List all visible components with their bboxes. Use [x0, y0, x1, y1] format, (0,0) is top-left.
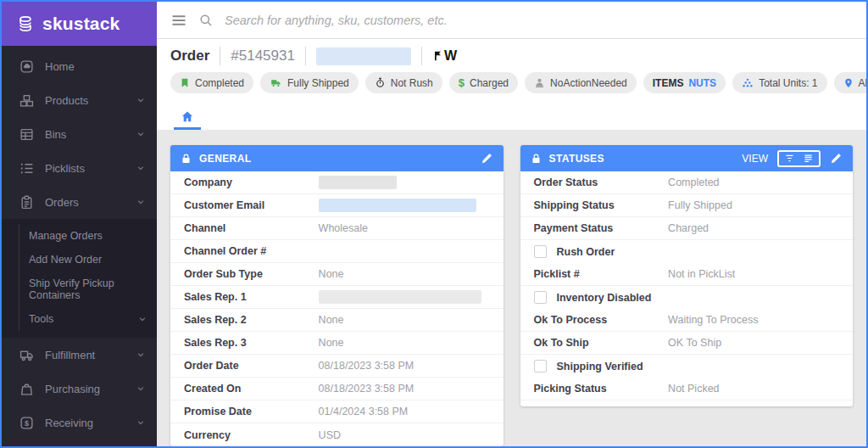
submenu-item-ship-verify-pickup-containers[interactable]: Ship Verify Pickup Containers — [19, 272, 157, 307]
sidebar-item-products[interactable]: Products — [2, 83, 157, 117]
units-icon — [742, 77, 754, 88]
submenu-item-add-new-order[interactable]: Add New Order — [19, 248, 157, 272]
field-label: Channel Order # — [184, 245, 319, 257]
sidebar-item-label: Bins — [45, 128, 66, 141]
checkbox-row-inventory-disabled: Inventory Disabled — [520, 286, 854, 309]
field-row-company: Company — [170, 171, 504, 194]
chevron-down-icon — [136, 350, 145, 359]
field-label: Sales Rep. 1 — [184, 291, 319, 303]
statuses-panel: STATUSES VIEW — [520, 145, 854, 406]
field-value: None — [319, 337, 344, 349]
field-label: Picking Status — [534, 383, 669, 395]
submenu-item-label: Ship Verify Pickup Containers — [29, 277, 157, 301]
sidebar-item-bins[interactable]: Bins — [2, 117, 157, 151]
sidebar-item-fulfillment[interactable]: Fulfillment — [2, 338, 157, 372]
items-badge-link[interactable]: NUTS — [688, 77, 716, 89]
field-value: Not in PickList — [668, 268, 735, 280]
submenu-item-tools[interactable]: Tools — [19, 307, 157, 331]
main-area: Order #5145931 W Completed — [157, 2, 866, 446]
sidebar-item-label: Picklists — [45, 162, 85, 175]
sidebar-item-label: Orders — [45, 196, 79, 209]
logo-bar: skustack — [2, 2, 157, 46]
field-label: Sales Rep. 2 — [184, 314, 319, 326]
badge-label: Charged — [470, 77, 509, 89]
orders-icon — [19, 195, 34, 210]
sidebar-item-transfer[interactable]: Transfer — [2, 440, 157, 446]
shipping-verified-checkbox[interactable] — [534, 360, 547, 372]
search-input[interactable] — [225, 14, 853, 27]
status-badge-completed: Completed — [170, 72, 253, 93]
field-row-created-on: Created On 08/18/2023 3:58 PM — [170, 378, 504, 400]
sidebar-item-receiving[interactable]: $ Receiving — [2, 406, 157, 440]
field-label: Order Sub Type — [184, 268, 319, 280]
sidebar-nav: Home Products Bins — [2, 46, 157, 446]
field-label: Promise Date — [184, 406, 319, 417]
bag-icon — [19, 382, 34, 396]
view-toggle-group[interactable] — [777, 150, 821, 167]
field-value: None — [319, 268, 344, 280]
field-row-order-sub-type: Order Sub Type None — [170, 263, 504, 286]
channel-brand-logo: W — [432, 48, 457, 64]
order-number: #5145931 — [231, 48, 295, 64]
status-badge-not-rush: Not Rush — [365, 72, 442, 93]
sidebar-item-label: Home — [45, 60, 75, 73]
field-label: Customer Email — [184, 199, 319, 211]
redacted-value — [319, 290, 481, 304]
app-title: skustack — [42, 14, 120, 34]
field-value: 01/4/2024 3:58 PM — [319, 406, 409, 417]
statuses-panel-header: STATUSES VIEW — [520, 145, 854, 171]
list-view-icon[interactable] — [803, 154, 814, 163]
bookmark-icon — [180, 77, 190, 88]
panel-footer-spacer — [520, 400, 854, 406]
chevron-down-icon — [136, 96, 145, 104]
field-label: Ok To Ship — [534, 337, 669, 349]
receiving-icon: $ — [19, 416, 34, 430]
field-row-sales-rep-1: Sales Rep. 1 — [170, 286, 504, 309]
topbar — [157, 2, 866, 39]
edit-statuses-button[interactable] — [830, 152, 843, 165]
sidebar-item-orders[interactable]: Orders — [2, 185, 157, 219]
field-value: Not Picked — [668, 383, 719, 395]
field-label: Order Status — [534, 176, 669, 188]
field-row-promise-date: Promise Date 01/4/2024 3:58 PM — [170, 400, 504, 423]
panel-title: STATUSES — [549, 153, 604, 165]
field-row-ok-to-ship: Ok To Ship OK To Ship — [520, 332, 854, 355]
picklists-icon — [19, 161, 34, 176]
tab-home[interactable] — [174, 110, 201, 130]
field-label: Picklist # — [534, 268, 669, 280]
general-panel-header: GENERAL — [170, 145, 504, 171]
sidebar-item-purchasing[interactable]: Purchasing — [2, 372, 157, 406]
field-row-sales-rep-2: Sales Rep. 2 None — [170, 309, 504, 332]
field-row-picking-status: Picking Status Not Picked — [520, 378, 854, 400]
lock-icon — [531, 153, 542, 165]
brand-flag-icon — [432, 50, 443, 62]
inventory-disabled-checkbox[interactable] — [534, 291, 547, 304]
field-label: Rush Order — [557, 246, 615, 258]
total-units-badge: Total Units: 1 — [732, 72, 826, 93]
field-row-payment-status: Payment Status Charged — [520, 217, 854, 240]
order-header: Order #5145931 W — [157, 39, 866, 70]
field-row-picklist: Picklist # Not in PickList — [520, 263, 854, 286]
hamburger-menu-icon[interactable] — [170, 12, 187, 29]
field-value: Wholesale — [319, 222, 368, 234]
items-badge-prefix: ITEMS — [653, 77, 684, 89]
rush-order-checkbox[interactable] — [534, 245, 547, 258]
redacted-order-name — [316, 48, 411, 65]
sidebar-item-home[interactable]: Home — [2, 49, 157, 83]
sidebar-item-picklists[interactable]: Picklists — [2, 151, 157, 185]
badge-label: Aliquippa, PA, United States — [859, 77, 867, 89]
divider — [305, 47, 306, 65]
filter-view-icon[interactable] — [784, 154, 795, 163]
field-row-order-status: Order Status Completed — [520, 171, 854, 194]
sidebar-item-label: Purchasing — [45, 383, 100, 395]
sidebar-item-label: Receiving — [45, 417, 93, 429]
field-label: Company — [184, 176, 319, 188]
submenu-item-manage-orders[interactable]: Manage Orders — [19, 224, 157, 248]
person-icon — [534, 77, 545, 88]
lock-icon — [181, 153, 192, 165]
page-title: Order — [170, 48, 209, 64]
edit-general-button[interactable] — [481, 152, 493, 165]
badge-label: Fully Shipped — [287, 77, 349, 89]
badge-label: Completed — [195, 77, 244, 89]
stopwatch-icon — [375, 77, 386, 88]
